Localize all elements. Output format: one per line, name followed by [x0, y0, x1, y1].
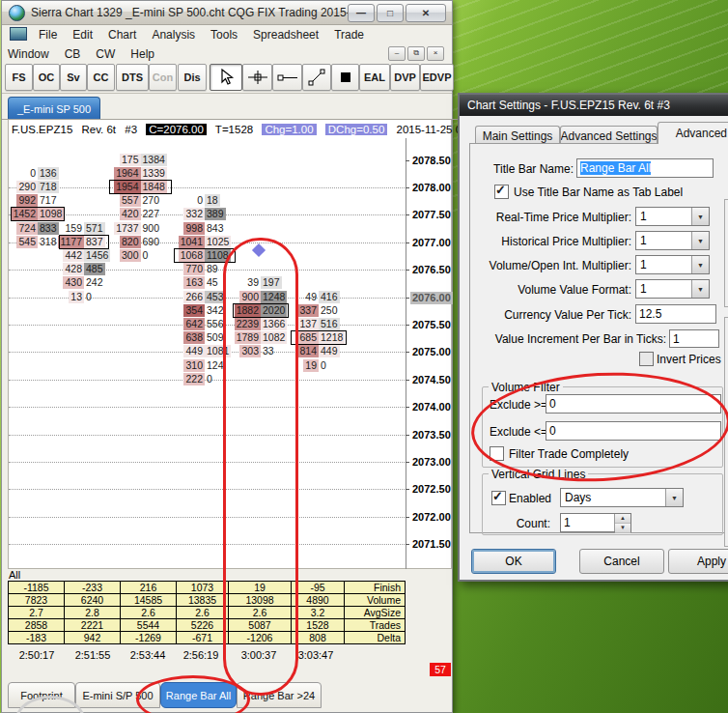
- apply-button[interactable]: Apply: [668, 549, 728, 574]
- window-titlebar[interactable]: Sierra Chart 1329 _E-mini SP 500.cht CQG…: [2, 1, 452, 25]
- ask-volume: 833: [38, 222, 59, 235]
- footprint-cell: 30333: [234, 345, 288, 357]
- menu-item-tools[interactable]: Tools: [203, 25, 245, 44]
- ask-half: 342: [205, 304, 235, 317]
- bottom-tab-range-bar-24[interactable]: Range Bar >24: [237, 682, 322, 708]
- ok-button[interactable]: OK: [471, 549, 556, 574]
- bid-volume: 0: [195, 194, 205, 207]
- price-label: 2078.00: [412, 182, 451, 194]
- summary-title: All: [9, 569, 20, 581]
- toolbar-button-eal[interactable]: EAL: [359, 64, 390, 91]
- toolbar-pointer-icon[interactable]: [210, 64, 242, 91]
- dialog-tab-advanced-s[interactable]: Advanced S: [658, 122, 728, 144]
- dropdown-arrow-icon[interactable]: ▼: [665, 489, 683, 506]
- bid-volume: 430: [63, 276, 84, 289]
- dropdown-arrow-icon[interactable]: ▼: [691, 208, 709, 225]
- toolbar-button-dis[interactable]: Dis: [178, 64, 207, 91]
- toolbar-ruler-icon[interactable]: [272, 64, 302, 91]
- vol-multiplier-dropdown[interactable]: 1▼: [635, 255, 710, 274]
- bid-half: 163: [175, 276, 205, 289]
- mdi-close-button[interactable]: ×: [427, 46, 444, 61]
- grid-enabled-checkbox[interactable]: [491, 491, 506, 505]
- menu-item-analysis[interactable]: Analysis: [144, 25, 203, 44]
- mdi-minimize-button[interactable]: –: [388, 46, 406, 61]
- mdi-restore-button[interactable]: ⧉: [407, 46, 425, 61]
- bid-half: 900: [234, 291, 261, 303]
- grid-count-spinner[interactable]: 1 ▲▼: [560, 513, 631, 532]
- toolbar-button-edvp[interactable]: EDVP: [420, 64, 454, 91]
- ask-half: 0: [141, 249, 172, 262]
- dropdown-arrow-icon[interactable]: ▼: [691, 256, 709, 273]
- toolbar-square-icon[interactable]: [331, 64, 359, 91]
- rt-multiplier-dropdown[interactable]: 1▼: [635, 207, 710, 226]
- bid-volume: 998: [183, 222, 205, 235]
- maximize-button[interactable]: □: [377, 4, 404, 22]
- footprint-cell: 190: [292, 359, 346, 372]
- axis-tick: [406, 214, 409, 215]
- dropdown-arrow-icon[interactable]: ▼: [691, 232, 709, 249]
- footprint-cell: 159571: [60, 222, 108, 235]
- toolbar-trendline-icon[interactable]: [302, 64, 331, 91]
- bottom-tab-footprint[interactable]: Footprint: [8, 682, 75, 708]
- title-bar-name-input[interactable]: Range Bar All: [576, 158, 714, 178]
- summary-value: -183: [9, 632, 64, 643]
- bid-volume: 770: [183, 263, 205, 275]
- toolbar-button-oc[interactable]: OC: [33, 64, 60, 91]
- summary-value: 7823: [9, 594, 64, 606]
- ask-half: 136: [38, 167, 64, 180]
- minimize-button[interactable]: —: [348, 4, 375, 22]
- value-increment-input[interactable]: 1: [669, 329, 719, 348]
- toolbar-button-cc[interactable]: CC: [87, 64, 115, 91]
- bid-volume: 820: [120, 236, 141, 248]
- bottom-tab-e-mini-s-p-500[interactable]: E-mini S/P 500: [75, 682, 160, 708]
- toolbar-button-con[interactable]: Con: [149, 64, 177, 91]
- toolbar-crosshair-icon[interactable]: [242, 64, 272, 91]
- footprint-cell: 14521098: [12, 208, 64, 220]
- menu-item-file[interactable]: File: [31, 25, 65, 44]
- close-button[interactable]: ✕: [406, 4, 446, 22]
- bid-volume: 49: [303, 291, 319, 303]
- toolbar-button-sv[interactable]: Sv: [60, 64, 87, 91]
- status-trades: T=1528: [215, 124, 253, 135]
- grid-period-dropdown[interactable]: Days▼: [560, 488, 684, 507]
- filter-trade-checkbox[interactable]: [490, 446, 504, 461]
- currency-tick-input[interactable]: 12.5: [635, 304, 716, 324]
- menu-item-trade[interactable]: Trade: [326, 25, 372, 44]
- ask-volume: 1108: [205, 249, 231, 262]
- bid-half: 998: [175, 222, 205, 235]
- ask-half: 416: [319, 291, 346, 303]
- ask-half: 900: [141, 222, 172, 235]
- invert-prices-checkbox[interactable]: [639, 352, 654, 366]
- menu-item-chart[interactable]: Chart: [100, 25, 144, 44]
- menu-item-edit[interactable]: Edit: [65, 25, 100, 44]
- dialog-tab-advanced-settings[interactable]: Advanced Settings: [560, 126, 658, 145]
- spin-down-icon[interactable]: ▼: [615, 524, 630, 533]
- vol-format-dropdown[interactable]: 1▼: [635, 279, 710, 299]
- ask-half: 1248: [261, 291, 288, 303]
- toolbar-button-dts[interactable]: DTS: [116, 64, 149, 91]
- toolbar-button-dvp[interactable]: DVP: [390, 64, 420, 91]
- toolbar-button-fs[interactable]: FS: [5, 64, 33, 91]
- bid-volume: 420: [120, 208, 141, 220]
- hist-multiplier-dropdown[interactable]: 1▼: [635, 231, 710, 250]
- dropdown-arrow-icon[interactable]: ▼: [691, 280, 709, 298]
- menu-item-spreadsheet[interactable]: Spreadsheet: [245, 25, 326, 44]
- cancel-button[interactable]: Cancel: [579, 549, 664, 574]
- exclude-le-input[interactable]: 0: [546, 421, 721, 441]
- exclude-ge-input[interactable]: 0: [546, 394, 721, 414]
- footprint-cell: 420227: [110, 208, 171, 220]
- axis-tick: [406, 325, 409, 326]
- spin-up-icon[interactable]: ▲: [615, 514, 630, 524]
- dialog-titlebar[interactable]: Chart Settings - F.US.EPZ15 Rev. 6t #3: [460, 95, 728, 116]
- filter-trade-label: Filter Trade Completely: [509, 447, 629, 461]
- price-label: 2072.00: [412, 511, 451, 524]
- bottom-tab-range-bar-all[interactable]: Range Bar All: [160, 682, 237, 708]
- price-label: 2076.50: [412, 264, 451, 276]
- chart-tab-emini-sp500[interactable]: _E-mini SP 500: [8, 97, 100, 120]
- dialog-tab-main-settings[interactable]: Main Settings: [475, 126, 560, 145]
- hist-multiplier-label: Historical Price Multiplier:: [473, 235, 631, 248]
- use-title-bar-checkbox[interactable]: [494, 185, 509, 199]
- price-gridline: [9, 462, 405, 463]
- title-bar-name-value: Range Bar All: [580, 161, 651, 175]
- spinner-arrows[interactable]: ▲▼: [614, 514, 630, 531]
